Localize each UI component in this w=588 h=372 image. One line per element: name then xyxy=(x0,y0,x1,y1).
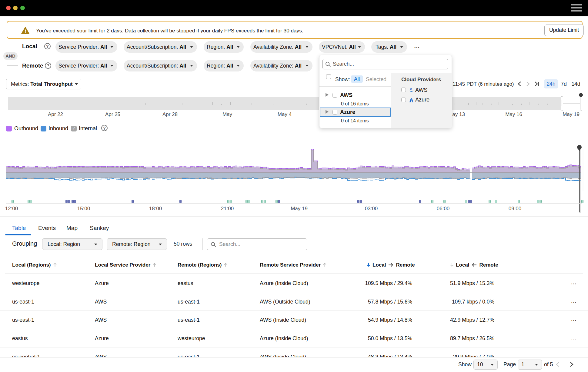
svg-text:a: a xyxy=(410,87,413,91)
